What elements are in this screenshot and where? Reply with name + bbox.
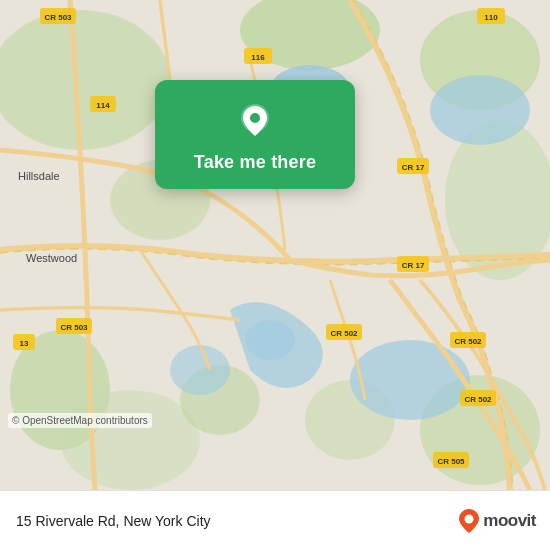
svg-point-13 (350, 340, 470, 420)
svg-text:CR 505: CR 505 (437, 457, 465, 466)
svg-text:Westwood: Westwood (26, 252, 77, 264)
svg-point-12 (430, 75, 530, 145)
map-container: CR 503 114 116 CR 17 CR 17 CR 503 CR 502… (0, 0, 550, 490)
svg-text:CR 503: CR 503 (44, 13, 72, 22)
copyright-text: © OpenStreetMap contributors (8, 413, 152, 428)
svg-text:116: 116 (251, 53, 265, 62)
svg-text:110: 110 (484, 13, 498, 22)
svg-text:CR 502: CR 502 (454, 337, 482, 346)
bottom-bar: 15 Rivervale Rd, New York City moovit (0, 490, 550, 550)
moovit-text: moovit (483, 511, 536, 531)
svg-text:114: 114 (96, 101, 110, 110)
svg-point-43 (250, 113, 260, 123)
svg-text:CR 503: CR 503 (60, 323, 88, 332)
svg-point-14 (170, 345, 230, 395)
moovit-logo: moovit (458, 508, 536, 534)
take-me-there-button[interactable]: Take me there (194, 152, 316, 173)
popup-card[interactable]: Take me there (155, 80, 355, 189)
address-label: 15 Rivervale Rd, New York City (16, 513, 211, 529)
svg-text:13: 13 (20, 339, 29, 348)
svg-text:CR 502: CR 502 (330, 329, 358, 338)
svg-point-7 (60, 390, 200, 490)
svg-text:CR 17: CR 17 (402, 163, 425, 172)
svg-text:CR 17: CR 17 (402, 261, 425, 270)
moovit-pin-icon (458, 508, 480, 534)
location-pin-icon (233, 98, 277, 142)
svg-point-44 (465, 514, 474, 523)
svg-text:CR 502: CR 502 (464, 395, 492, 404)
svg-text:Hillsdale: Hillsdale (18, 170, 60, 182)
